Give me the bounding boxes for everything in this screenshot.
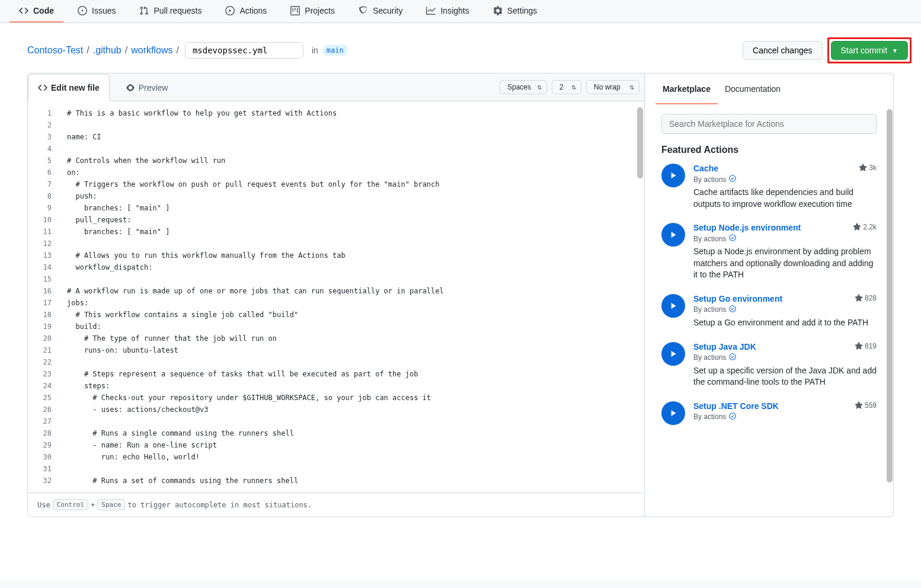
breadcrumb-dir1[interactable]: .github xyxy=(93,45,121,56)
line-number: 31 xyxy=(40,463,52,475)
tab-code[interactable]: Code xyxy=(9,0,63,23)
verified-badge-icon xyxy=(728,174,737,184)
editor-scrollbar[interactable] xyxy=(637,107,643,178)
action-title[interactable]: Cache xyxy=(693,164,718,173)
breadcrumb-repo[interactable]: Contoso-Test xyxy=(27,45,83,56)
tab-insights[interactable]: Insights xyxy=(417,0,478,23)
action-desc: Cache artifacts like dependencies and bu… xyxy=(693,187,877,210)
code-line[interactable]: pull_request: xyxy=(67,214,635,226)
editor-main: Edit new file Preview Spaces 2 No wrap 1… xyxy=(28,74,644,516)
breadcrumb-dir2[interactable]: workflows xyxy=(131,45,172,56)
action-title[interactable]: Setup Node.js environment xyxy=(693,223,801,232)
play-circle-icon xyxy=(661,164,685,187)
code-line[interactable] xyxy=(67,119,635,131)
code-line[interactable]: # Runs a single command using the runner… xyxy=(67,427,635,439)
code-line[interactable]: # Runs a set of commands using the runne… xyxy=(67,475,635,487)
tab-issues[interactable]: Issues xyxy=(68,0,125,23)
action-card[interactable]: Cache 3k By actions Cache artifacts like… xyxy=(661,164,877,210)
tab-pull-requests[interactable]: Pull requests xyxy=(130,0,211,23)
code-line[interactable]: run: echo Hello, world! xyxy=(67,451,635,463)
hint-bar: Use Control + Space to trigger autocompl… xyxy=(28,493,644,516)
code-area[interactable]: 1234567891011121314151617181920212223242… xyxy=(28,101,644,493)
editor-layout: Edit new file Preview Spaces 2 No wrap 1… xyxy=(27,73,894,517)
code-line[interactable]: branches: [ "main" ] xyxy=(67,202,635,214)
action-title[interactable]: Setup Java JDK xyxy=(693,342,756,351)
code-line[interactable]: build: xyxy=(67,321,635,333)
code-line[interactable] xyxy=(67,238,635,250)
editor-tab-edit[interactable]: Edit new file xyxy=(28,74,110,101)
action-card[interactable]: Setup Java JDK 819 By actions Set up a s… xyxy=(661,342,877,388)
line-number: 21 xyxy=(40,344,52,356)
code-line[interactable]: on: xyxy=(67,167,635,178)
svg-point-2 xyxy=(730,306,736,312)
action-card[interactable]: Setup Node.js environment 2.2k By action… xyxy=(661,223,877,281)
code-line[interactable]: workflow_dispatch: xyxy=(67,261,635,273)
tab-pr-label: Pull requests xyxy=(154,6,202,15)
code-line[interactable]: # A workflow run is made up of one or mo… xyxy=(67,285,635,297)
sidebar-tab-marketplace[interactable]: Marketplace xyxy=(655,74,718,104)
action-desc: Setup a Go environment and add it to the… xyxy=(693,317,877,329)
code-line[interactable]: # Steps represent a sequence of tasks th… xyxy=(67,368,635,380)
search-marketplace-input[interactable] xyxy=(661,114,877,134)
wrap-select[interactable]: No wrap xyxy=(586,80,639,94)
cancel-button[interactable]: Cancel changes xyxy=(743,41,822,60)
tab-projects[interactable]: Projects xyxy=(281,0,344,23)
filename-input[interactable] xyxy=(185,42,303,59)
action-title[interactable]: Setup Go environment xyxy=(693,294,782,303)
play-circle-icon xyxy=(661,342,685,366)
code-line[interactable] xyxy=(67,463,635,475)
start-commit-button[interactable]: Start commit ▼ xyxy=(831,41,908,60)
code-line[interactable]: steps: xyxy=(67,380,635,392)
action-body: Setup Node.js environment 2.2k By action… xyxy=(693,223,877,281)
verified-badge-icon xyxy=(728,234,737,244)
code-lines[interactable]: # This is a basic workflow to help you g… xyxy=(57,101,644,493)
action-card[interactable]: Setup Go environment 828 By actions Setu… xyxy=(661,294,877,329)
svg-point-4 xyxy=(730,413,736,420)
tab-actions[interactable]: Actions xyxy=(216,0,276,23)
action-by: By actions xyxy=(693,353,877,363)
action-desc: Setup a Node.js environment by adding pr… xyxy=(693,246,877,281)
code-line[interactable]: jobs: xyxy=(67,297,635,309)
code-line[interactable]: - name: Run a one-line script xyxy=(67,439,635,451)
action-card[interactable]: Setup .NET Core SDK 559 By actions xyxy=(661,401,877,425)
svg-point-0 xyxy=(730,175,736,182)
line-number: 12 xyxy=(40,238,52,250)
code-line[interactable]: # The type of runner that the job will r… xyxy=(67,333,635,344)
code-line[interactable] xyxy=(67,143,635,155)
caret-down-icon: ▼ xyxy=(892,47,898,54)
line-number: 1 xyxy=(40,107,52,119)
breadcrumb-sep: / xyxy=(175,45,180,56)
indent-size-select[interactable]: 2 xyxy=(552,80,581,94)
editor-tab-preview[interactable]: Preview xyxy=(116,74,178,101)
play-circle-icon xyxy=(661,223,685,247)
tab-security[interactable]: Security xyxy=(349,0,412,23)
action-stars: 2.2k xyxy=(853,223,877,231)
line-number: 9 xyxy=(40,202,52,214)
start-commit-label: Start commit xyxy=(841,46,888,55)
code-line[interactable] xyxy=(67,273,635,285)
code-line[interactable]: # Allows you to run this workflow manual… xyxy=(67,250,635,261)
sidebar-scrollbar[interactable] xyxy=(887,109,893,482)
line-number: 19 xyxy=(40,321,52,333)
code-line[interactable]: name: CI xyxy=(67,131,635,143)
code-line[interactable]: # Checks-out your repository under $GITH… xyxy=(67,392,635,404)
code-line[interactable] xyxy=(67,416,635,427)
action-by: By actions xyxy=(693,412,877,422)
code-line[interactable]: # This is a basic workflow to help you g… xyxy=(67,107,635,119)
code-line[interactable]: runs-on: ubuntu-latest xyxy=(67,344,635,356)
code-line[interactable]: # Triggers the workflow on push or pull … xyxy=(67,178,635,190)
indent-type-select[interactable]: Spaces xyxy=(500,80,547,94)
sidebar-tab-docs[interactable]: Documentation xyxy=(718,74,788,104)
branch-badge: main xyxy=(323,45,347,56)
code-line[interactable]: - uses: actions/checkout@v3 xyxy=(67,404,635,416)
code-line[interactable]: # Controls when the workflow will run xyxy=(67,155,635,167)
code-line[interactable]: push: xyxy=(67,190,635,202)
code-line[interactable] xyxy=(67,356,635,368)
action-title[interactable]: Setup .NET Core SDK xyxy=(693,401,779,411)
code-line[interactable]: branches: [ "main" ] xyxy=(67,226,635,238)
line-number: 16 xyxy=(40,285,52,297)
eye-icon xyxy=(126,83,135,92)
commit-actions: Cancel changes Start commit ▼ xyxy=(743,37,912,63)
code-line[interactable]: # This workflow contains a single job ca… xyxy=(67,309,635,321)
tab-settings[interactable]: Settings xyxy=(484,0,547,23)
